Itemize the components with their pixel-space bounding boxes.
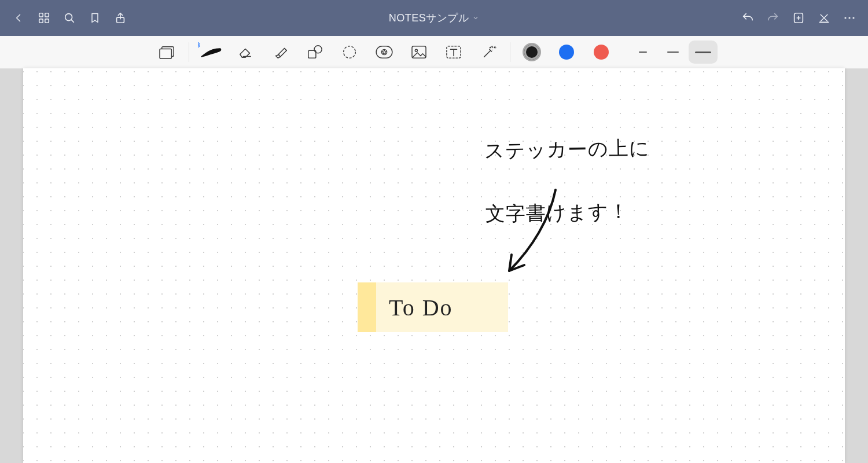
undo-button[interactable] <box>735 5 760 31</box>
document-title[interactable]: NOTESサンプル <box>389 11 480 25</box>
eraser-icon <box>237 45 254 60</box>
read-mode-icon <box>159 45 176 60</box>
close-x-icon <box>817 12 831 24</box>
laser-tool[interactable] <box>472 39 505 65</box>
svg-rect-0 <box>39 13 43 17</box>
grid-view-button[interactable] <box>31 5 57 31</box>
pen-tool[interactable]: ᛒ <box>194 39 227 65</box>
stroke-medium[interactable] <box>659 41 687 64</box>
add-page-button[interactable] <box>786 5 811 31</box>
redo-button[interactable] <box>760 5 786 31</box>
redo-icon <box>766 12 780 24</box>
share-button[interactable] <box>108 5 133 31</box>
close-editor-button[interactable] <box>811 5 837 31</box>
sticker-icon <box>375 45 393 59</box>
lasso-icon <box>341 44 358 60</box>
image-icon <box>411 45 427 59</box>
sticker-text: To Do <box>389 288 502 326</box>
svg-point-9 <box>852 17 854 19</box>
svg-point-7 <box>844 17 846 19</box>
color-red[interactable] <box>584 39 618 65</box>
search-button[interactable] <box>57 5 82 31</box>
toolbar-divider <box>510 42 510 62</box>
highlighter-tool[interactable] <box>263 39 297 65</box>
svg-rect-3 <box>45 19 49 23</box>
chevron-down-icon <box>472 14 479 21</box>
text-tool[interactable] <box>437 39 470 65</box>
chevron-left-icon <box>13 12 24 24</box>
svg-point-8 <box>848 17 850 19</box>
laser-icon <box>480 44 497 60</box>
handwriting-line: ステッカーの上に <box>484 138 650 162</box>
bookmark-button[interactable] <box>82 5 108 31</box>
svg-rect-11 <box>160 49 171 58</box>
color-swatch-icon <box>559 45 574 60</box>
toolbar-divider <box>189 42 189 62</box>
color-blue[interactable] <box>550 39 583 65</box>
highlighter-icon <box>271 44 289 60</box>
svg-point-18 <box>415 49 417 52</box>
add-page-icon <box>792 11 805 25</box>
text-icon <box>445 45 462 60</box>
stroke-preview-icon <box>639 52 647 53</box>
app-header: NOTESサンプル <box>0 0 868 36</box>
stroke-preview-icon <box>695 52 711 53</box>
color-black[interactable] <box>515 39 549 65</box>
search-icon <box>63 12 76 24</box>
sticker-tool[interactable] <box>367 39 401 65</box>
svg-point-14 <box>344 46 356 58</box>
share-icon <box>114 11 127 25</box>
more-icon <box>843 11 856 25</box>
shape-tool[interactable] <box>298 39 332 65</box>
stroke-thick[interactable] <box>689 41 718 64</box>
image-tool[interactable] <box>402 39 436 65</box>
svg-rect-1 <box>45 13 49 17</box>
stroke-thin[interactable] <box>628 41 657 64</box>
tool-toolbar: ᛒ <box>0 36 868 69</box>
pen-icon <box>199 44 222 60</box>
bluetooth-badge-icon: ᛒ <box>197 42 201 48</box>
shape-icon <box>306 44 323 60</box>
stroke-preview-icon <box>667 52 679 53</box>
undo-icon <box>741 12 755 24</box>
more-button[interactable] <box>837 5 862 31</box>
back-button[interactable] <box>6 5 31 31</box>
bookmark-icon <box>89 12 101 24</box>
color-swatch-icon <box>594 45 609 60</box>
eraser-tool[interactable] <box>229 39 262 65</box>
svg-point-13 <box>314 46 322 53</box>
document-title-text: NOTESサンプル <box>389 11 469 25</box>
lasso-tool[interactable] <box>333 39 366 65</box>
svg-rect-2 <box>39 19 43 23</box>
note-canvas[interactable]: To Do ステッカーの上に 文字書けます！ <box>23 68 845 463</box>
read-mode-tool[interactable] <box>150 39 184 65</box>
color-swatch-icon <box>524 45 539 60</box>
handwriting-arrow <box>486 184 579 285</box>
sticker-note[interactable]: To Do <box>358 282 508 332</box>
arrow-icon <box>486 184 579 282</box>
grid-icon <box>38 12 50 24</box>
